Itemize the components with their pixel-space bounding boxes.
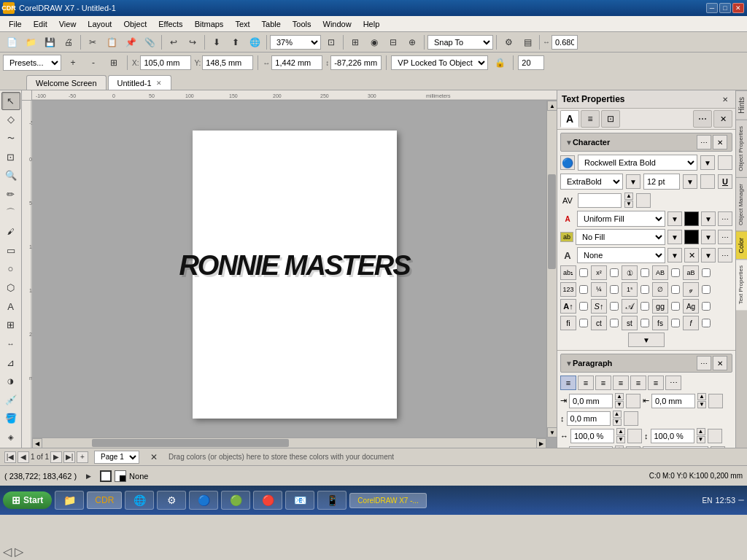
interactive-fill[interactable]: ◈	[1, 428, 20, 446]
fill1-swatch-arrow[interactable]: ▼	[701, 211, 716, 226]
ligf2-checkbox[interactable]	[702, 319, 711, 327]
font-size-arrow[interactable]: ▼	[683, 174, 697, 189]
fontS-checkbox[interactable]	[610, 302, 619, 311]
sub-script-btn[interactable]: ab₁	[560, 265, 576, 280]
new-button[interactable]: 📄	[3, 34, 20, 50]
swash-checkbox[interactable]	[702, 285, 711, 294]
ligst-btn[interactable]: st	[622, 316, 638, 330]
fill3-arrow2[interactable]: ▼	[701, 248, 716, 262]
tab-welcome[interactable]: Welcome Screen	[26, 75, 107, 90]
width-input[interactable]	[271, 55, 322, 70]
ligfs-btn[interactable]: fs	[652, 316, 668, 330]
menu-table[interactable]: Table	[256, 18, 287, 30]
char-options-button[interactable]: ⋯	[697, 135, 711, 149]
para-close-button[interactable]: ✕	[713, 356, 727, 370]
align-center-button[interactable]: ≡	[578, 376, 594, 390]
options-button[interactable]: ⚙	[500, 34, 517, 50]
fill3-arrow[interactable]: ▼	[667, 248, 682, 262]
obj-mgr-tab[interactable]: Object Manager	[736, 177, 747, 231]
menu-file[interactable]: File	[3, 18, 28, 30]
dimension-tool[interactable]: ↔	[1, 335, 20, 353]
align-more-button[interactable]: ⋯	[665, 376, 681, 390]
align-right-button[interactable]: ≡	[595, 376, 611, 390]
print-button[interactable]: 🖨	[60, 34, 77, 50]
cut-button[interactable]: ✂	[84, 34, 101, 50]
prop-tab-close2[interactable]: ✕	[713, 110, 732, 128]
skew-up[interactable]: ▲	[615, 446, 624, 448]
menu-edit[interactable]: Edit	[28, 18, 53, 30]
ord-checkbox[interactable]	[640, 268, 649, 277]
menu-tools[interactable]: Tools	[287, 18, 317, 30]
fontA2-btn[interactable]: 𝒜	[622, 299, 638, 314]
scroll-down-button[interactable]: ▼	[547, 427, 557, 438]
page-last-button[interactable]: ▶|	[63, 451, 75, 463]
publish-button[interactable]: 🌐	[246, 34, 263, 50]
art-media-tool[interactable]: 🖌	[1, 222, 20, 241]
align-left-button[interactable]: ≡	[560, 376, 576, 390]
scale2-up[interactable]: ▲	[697, 428, 705, 435]
grid-button[interactable]: ⊞	[105, 55, 123, 71]
scroll-track-h[interactable]	[42, 438, 536, 448]
del-preset-button[interactable]: -	[85, 55, 102, 71]
skew-input[interactable]	[569, 446, 613, 448]
taskbar-app3[interactable]: 🌐	[125, 491, 154, 510]
redo-button[interactable]: ↪	[184, 34, 201, 50]
char-close-button[interactable]: ✕	[713, 135, 727, 149]
expand-char-button[interactable]: ▼	[628, 332, 665, 347]
caps-btn[interactable]: AB	[652, 265, 668, 280]
start-button[interactable]: ⊞ Start	[3, 491, 52, 509]
indent3-down[interactable]: ▼	[613, 419, 622, 426]
font-style-arrow[interactable]: ▼	[626, 174, 640, 189]
import-button[interactable]: ⬇	[208, 34, 225, 50]
zoom-tool[interactable]: 🔍	[1, 167, 20, 185]
fill1-more[interactable]: ⋯	[718, 211, 732, 226]
ligf2-btn[interactable]: f	[683, 316, 699, 330]
taskbar-app5[interactable]: 🔵	[189, 491, 218, 510]
snap-dropdown[interactable]: Snap To	[427, 35, 493, 50]
indent3-check[interactable]	[624, 411, 638, 426]
caps-checkbox[interactable]	[671, 268, 680, 277]
tab-close-icon[interactable]: ✕	[156, 79, 162, 87]
tab-untitled1[interactable]: Untitled-1 ✕	[108, 75, 171, 90]
fill2-swatch-arrow[interactable]: ▼	[701, 230, 716, 244]
bezier-tool[interactable]: ⌒	[1, 204, 20, 222]
text-props-close[interactable]: ✕	[719, 93, 731, 105]
prop-tab-frame[interactable]: ⊡	[601, 110, 620, 128]
scale1-input[interactable]	[570, 429, 614, 443]
save-button[interactable]: 💾	[41, 34, 58, 50]
fill2-more[interactable]: ⋯	[718, 230, 732, 244]
close-button[interactable]: ✕	[732, 3, 744, 13]
ligst-checkbox[interactable]	[640, 319, 649, 327]
indent3-up[interactable]: ▲	[613, 411, 622, 418]
scroll-track-v[interactable]	[547, 111, 557, 427]
add-preset-button[interactable]: +	[64, 55, 82, 71]
indent3-input[interactable]	[567, 411, 611, 426]
fill1-swatch[interactable]	[684, 211, 699, 226]
polygon-tool[interactable]: ⬡	[1, 279, 20, 297]
kern-down[interactable]: ▼	[624, 201, 633, 208]
lock-num-input[interactable]	[518, 55, 544, 70]
char-square2[interactable]	[700, 174, 715, 189]
taskbar-cdr[interactable]: CDR	[87, 491, 122, 509]
fontalt-btn[interactable]: Ag	[683, 299, 699, 314]
fontalt-checkbox[interactable]	[702, 302, 711, 311]
menu-help[interactable]: Help	[357, 18, 386, 30]
table-tool[interactable]: ⊞	[1, 316, 20, 335]
taskbar-app7[interactable]: 🔴	[253, 491, 282, 510]
vertical-scrollbar[interactable]: ▲ ▼	[546, 101, 557, 438]
align-justify-button[interactable]: ≡	[613, 376, 629, 390]
fill2-dropdown[interactable]: No Fill	[576, 229, 665, 245]
text-props-tab[interactable]: Text Properties	[736, 259, 747, 310]
skew-check[interactable]	[626, 446, 640, 448]
paragraph-header[interactable]: ▼ Paragraph ⋯ ✕	[560, 354, 732, 373]
zoom-fit-button[interactable]: ⊡	[322, 34, 340, 50]
char-square1[interactable]	[718, 155, 732, 170]
scale1-down[interactable]: ▼	[616, 436, 625, 443]
sub-checkbox[interactable]	[579, 268, 588, 277]
align-force-button[interactable]: ≡	[630, 376, 646, 390]
menu-window[interactable]: Window	[317, 18, 357, 30]
menu-bitmaps[interactable]: Bitmaps	[189, 18, 230, 30]
fill1-dropdown[interactable]: Uniform Fill	[577, 211, 665, 227]
menu-layout[interactable]: Layout	[82, 18, 117, 30]
font-name-dropdown[interactable]: Rockwell Extra Bold	[578, 155, 697, 171]
